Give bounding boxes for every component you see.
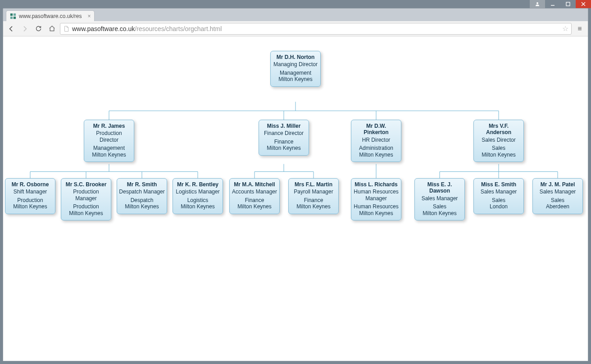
node-title: HR Director bbox=[353, 137, 399, 143]
node-name: Mr K. R. Bentley bbox=[175, 181, 221, 188]
favicon-icon bbox=[10, 13, 16, 19]
node-dept: Management bbox=[86, 145, 132, 151]
org-node-leaf[interactable]: Mrs F.L. Martin Payroll Manager Finance … bbox=[288, 178, 339, 214]
org-node-finance-director[interactable]: Miss J. Miller Finance Director Finance … bbox=[259, 120, 309, 156]
browser-tab[interactable]: www.pasoftware.co.uk/res × bbox=[6, 10, 95, 21]
node-dept: Sales bbox=[535, 197, 581, 203]
window-maximize-button[interactable] bbox=[560, 0, 576, 8]
node-title: Production Director bbox=[86, 130, 132, 143]
node-title: Human Resources Manager bbox=[353, 189, 399, 202]
node-loc: Milton Keynes bbox=[476, 152, 522, 158]
window-titlebar bbox=[0, 0, 591, 8]
node-loc: Milton Keynes bbox=[175, 203, 221, 210]
node-name: Mr R. James bbox=[86, 123, 132, 129]
node-title: Payroll Manager bbox=[291, 189, 336, 195]
node-dept: Production bbox=[7, 197, 53, 203]
node-title: Sales Director bbox=[476, 137, 522, 143]
node-dept: Human Resources bbox=[353, 203, 399, 210]
node-title: Sales Manager bbox=[417, 195, 463, 202]
node-title: Shift Manager bbox=[7, 189, 53, 195]
svg-rect-7 bbox=[10, 16, 13, 18]
node-loc: Milton Keynes bbox=[261, 145, 307, 151]
node-dept: Logistics bbox=[175, 197, 221, 203]
node-loc: Milton Keynes bbox=[417, 210, 463, 216]
orgchart-canvas: Mr D.H. Norton Managing Director Managem… bbox=[3, 36, 588, 361]
node-dept: Sales bbox=[476, 197, 522, 203]
node-title: Finance Director bbox=[261, 130, 307, 136]
page-viewport: Mr D.H. Norton Managing Director Managem… bbox=[3, 36, 588, 361]
window-close-button[interactable] bbox=[576, 0, 591, 8]
node-loc: Milton Keynes bbox=[353, 210, 399, 216]
org-node-leaf[interactable]: Mr M.A. Mitchell Accounts Manager Financ… bbox=[229, 178, 280, 214]
node-title: Accounts Manager bbox=[232, 189, 277, 195]
node-name: Miss E. J. Dawson bbox=[417, 181, 463, 194]
node-name: Miss E. Smith bbox=[476, 181, 522, 188]
node-name: Mr D.W. Pinkerton bbox=[353, 123, 399, 136]
org-node-leaf[interactable]: Miss L. Richards Human Resources Manager… bbox=[351, 178, 401, 220]
svg-rect-6 bbox=[14, 13, 16, 15]
home-button[interactable] bbox=[46, 23, 57, 34]
browser-window: www.pasoftware.co.uk/res × www.pasoftwar… bbox=[3, 8, 588, 361]
address-bar[interactable]: www.pasoftware.co.uk/resources/charts/or… bbox=[60, 23, 572, 35]
org-node-leaf[interactable]: Mr J. M. Patel Sales Manager Sales Aberd… bbox=[532, 178, 583, 214]
org-node-leaf[interactable]: Mr S.C. Brooker Production Manager Produ… bbox=[61, 178, 111, 220]
node-loc: Milton Keynes bbox=[273, 76, 318, 82]
bookmark-star-icon[interactable]: ☆ bbox=[562, 24, 568, 33]
org-node-leaf[interactable]: Miss E. Smith Sales Manager Sales London bbox=[473, 178, 524, 214]
browser-toolbar: www.pasoftware.co.uk/resources/charts/or… bbox=[3, 21, 588, 36]
back-button[interactable] bbox=[6, 23, 17, 34]
node-name: Mr D.H. Norton bbox=[273, 54, 318, 60]
node-name: Mr R. Osborne bbox=[7, 181, 53, 188]
svg-point-0 bbox=[536, 2, 538, 4]
node-loc: Milton Keynes bbox=[119, 203, 165, 210]
page-icon bbox=[63, 26, 69, 32]
node-name: Mr R. Smith bbox=[119, 181, 165, 188]
url-host: www.pasoftware.co.uk bbox=[72, 25, 135, 32]
svg-rect-5 bbox=[10, 13, 13, 15]
node-dept: Management bbox=[273, 70, 318, 76]
node-title: Despatch Manager bbox=[119, 189, 165, 195]
node-title: Sales Manager bbox=[476, 189, 522, 195]
node-dept: Finance bbox=[261, 139, 307, 145]
node-name: Mr M.A. Mitchell bbox=[232, 181, 277, 188]
node-dept: Finance bbox=[232, 197, 277, 203]
tab-title: www.pasoftware.co.uk/res bbox=[19, 13, 82, 19]
node-loc: Milton Keynes bbox=[232, 203, 277, 210]
org-node-leaf[interactable]: Mr K. R. Bentley Logistics Manager Logis… bbox=[173, 178, 223, 214]
org-node-leaf[interactable]: Mr R. Osborne Shift Manager Production M… bbox=[5, 178, 55, 214]
node-dept: Despatch bbox=[119, 197, 165, 203]
svg-rect-8 bbox=[14, 16, 16, 18]
svg-rect-2 bbox=[566, 2, 570, 6]
node-name: Mrs V.F. Anderson bbox=[476, 123, 522, 136]
node-dept: Finance bbox=[291, 197, 336, 203]
node-name: Miss L. Richards bbox=[353, 181, 399, 188]
tab-close-icon[interactable]: × bbox=[87, 13, 91, 19]
node-loc: Milton Keynes bbox=[353, 152, 399, 158]
browser-menu-button[interactable]: ≡ bbox=[574, 23, 585, 34]
url-path: /resources/charts/orgchart.html bbox=[135, 25, 222, 32]
node-dept: Sales bbox=[476, 145, 522, 151]
forward-button[interactable] bbox=[19, 23, 30, 34]
org-node-hr-director[interactable]: Mr D.W. Pinkerton HR Director Administra… bbox=[351, 120, 401, 162]
org-node-leaf[interactable]: Miss E. J. Dawson Sales Manager Sales Mi… bbox=[414, 178, 465, 220]
node-title: Production Manager bbox=[63, 189, 109, 202]
node-loc: Milton Keynes bbox=[291, 203, 336, 210]
node-title: Sales Manager bbox=[535, 189, 581, 195]
node-title: Managing Director bbox=[273, 61, 318, 67]
org-node-leaf[interactable]: Mr R. Smith Despatch Manager Despatch Mi… bbox=[117, 178, 167, 214]
node-loc: Milton Keynes bbox=[7, 203, 53, 210]
node-loc: Milton Keynes bbox=[86, 152, 132, 158]
node-name: Mr S.C. Brooker bbox=[63, 181, 109, 188]
tab-strip: www.pasoftware.co.uk/res × bbox=[3, 9, 588, 21]
node-name: Miss J. Miller bbox=[261, 123, 307, 129]
reload-button[interactable] bbox=[33, 23, 44, 34]
node-dept: Sales bbox=[417, 203, 463, 210]
node-loc: Milton Keynes bbox=[63, 210, 109, 216]
org-node-production-director[interactable]: Mr R. James Production Director Manageme… bbox=[84, 120, 134, 162]
window-minimize-button[interactable] bbox=[545, 0, 560, 8]
org-node-sales-director[interactable]: Mrs V.F. Anderson Sales Director Sales M… bbox=[473, 120, 524, 162]
node-name: Mrs F.L. Martin bbox=[291, 181, 336, 188]
node-name: Mr J. M. Patel bbox=[535, 181, 581, 188]
user-icon[interactable] bbox=[530, 0, 545, 8]
org-node-root[interactable]: Mr D.H. Norton Managing Director Managem… bbox=[270, 51, 321, 87]
